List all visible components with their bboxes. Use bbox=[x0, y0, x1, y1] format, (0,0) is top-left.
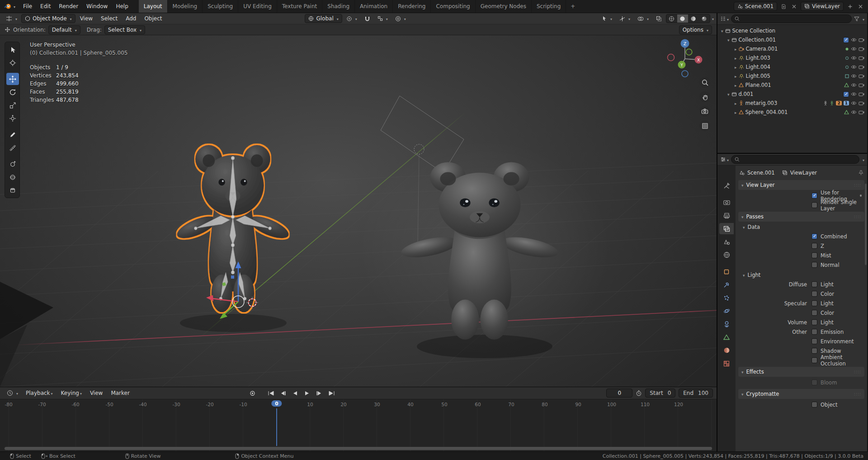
jump-to-end-button[interactable] bbox=[326, 389, 337, 398]
outliner-editor-icon[interactable] bbox=[720, 16, 729, 22]
scene-selector[interactable]: Scene.001 bbox=[734, 2, 777, 11]
disclosure-icon[interactable] bbox=[735, 46, 737, 52]
properties-search-input[interactable] bbox=[731, 155, 859, 164]
add-view-layer-button[interactable] bbox=[846, 3, 854, 10]
hide-eye-icon[interactable] bbox=[851, 65, 857, 69]
outliner-row-light-003[interactable]: Light.003 bbox=[717, 53, 867, 62]
tab-shading[interactable]: Shading bbox=[322, 0, 355, 13]
menu-file[interactable]: File bbox=[19, 0, 36, 13]
menu-add[interactable]: Add bbox=[122, 15, 140, 22]
blender-menu-button[interactable] bbox=[0, 3, 19, 9]
collection-checkbox[interactable] bbox=[843, 37, 849, 43]
hide-eye-icon[interactable] bbox=[851, 110, 857, 114]
collection-checkbox[interactable] bbox=[843, 91, 849, 97]
viewport-canvas[interactable]: User Perspective (0) Collection.001 | Sp… bbox=[0, 35, 717, 387]
tab-modeling[interactable]: Modeling bbox=[168, 0, 203, 13]
tab-uv-editing[interactable]: UV Editing bbox=[238, 0, 277, 13]
playhead[interactable]: 0 bbox=[271, 400, 282, 407]
stopwatch-icon[interactable] bbox=[636, 390, 642, 396]
bloom-checkbox[interactable] bbox=[811, 379, 817, 385]
disable-render-icon[interactable] bbox=[859, 47, 864, 51]
disable-render-icon[interactable] bbox=[859, 38, 864, 42]
filter-icon[interactable] bbox=[854, 16, 859, 22]
tab-physics[interactable] bbox=[719, 305, 734, 317]
ortho-toggle-button[interactable] bbox=[699, 120, 710, 131]
tab-material[interactable] bbox=[719, 345, 734, 356]
section-passes[interactable]: Passes :::: bbox=[738, 212, 864, 222]
disclosure-icon[interactable] bbox=[721, 28, 723, 34]
menu-view[interactable]: View bbox=[76, 15, 96, 22]
diffuse-light-checkbox[interactable] bbox=[811, 281, 817, 287]
hide-eye-icon[interactable] bbox=[851, 74, 857, 78]
hide-eye-icon[interactable] bbox=[851, 101, 857, 105]
shading-options-chevron[interactable] bbox=[711, 15, 714, 22]
tab-tool[interactable] bbox=[719, 180, 734, 191]
tab-rendering[interactable]: Rendering bbox=[393, 0, 431, 13]
hide-eye-icon[interactable] bbox=[851, 47, 857, 51]
tab-view-layer[interactable] bbox=[719, 223, 734, 234]
remove-view-layer-button[interactable] bbox=[857, 3, 864, 10]
current-frame-field[interactable]: 0 bbox=[606, 389, 632, 398]
tab-animation[interactable]: Animation bbox=[355, 0, 393, 13]
disable-render-icon[interactable] bbox=[859, 110, 864, 114]
xray-toggle[interactable] bbox=[653, 14, 665, 23]
tab-world[interactable] bbox=[719, 249, 734, 261]
tab-render[interactable] bbox=[719, 197, 734, 208]
render-single-layer-checkbox[interactable] bbox=[811, 202, 817, 208]
jump-to-start-button[interactable] bbox=[265, 389, 276, 398]
combined-checkbox[interactable] bbox=[811, 233, 817, 239]
scale-tool[interactable] bbox=[6, 99, 19, 111]
annotate-tool[interactable] bbox=[6, 128, 19, 141]
show-gizmo-dropdown[interactable] bbox=[616, 14, 633, 23]
options-dropdown[interactable]: Options bbox=[679, 25, 712, 34]
timeline-scrollbar[interactable] bbox=[5, 447, 712, 450]
subsection-data[interactable]: Data bbox=[743, 223, 864, 232]
overlays-dropdown[interactable] bbox=[634, 14, 652, 23]
move-tool[interactable] bbox=[6, 73, 19, 85]
view-layer-selector[interactable]: ViewLayer bbox=[801, 2, 844, 11]
menu-object[interactable]: Object bbox=[141, 15, 165, 22]
menu-marker[interactable]: Marker bbox=[107, 390, 133, 396]
outliner-row-camera-001[interactable]: Camera.001 bbox=[717, 44, 867, 53]
chevron-down-icon[interactable] bbox=[862, 16, 864, 22]
normal-checkbox[interactable] bbox=[811, 262, 817, 268]
breadcrumb-view-layer[interactable]: ViewLayer bbox=[790, 170, 817, 176]
disable-render-icon[interactable] bbox=[859, 74, 864, 78]
zoom-button[interactable] bbox=[699, 77, 710, 88]
disclosure-icon[interactable] bbox=[735, 100, 737, 106]
disclosure-icon[interactable] bbox=[735, 109, 737, 115]
subsection-light[interactable]: Light bbox=[743, 270, 864, 280]
ambient-occlusion-checkbox[interactable] bbox=[811, 357, 817, 363]
disable-render-icon[interactable] bbox=[859, 83, 864, 87]
snap-target-dropdown[interactable] bbox=[374, 14, 391, 23]
extras-dot-icon[interactable] bbox=[860, 194, 862, 197]
emission-checkbox[interactable] bbox=[811, 329, 817, 335]
transform-tool[interactable] bbox=[6, 112, 19, 124]
rotate-tool[interactable] bbox=[6, 86, 19, 98]
disclosure-icon[interactable] bbox=[735, 82, 737, 88]
cursor-tool[interactable] bbox=[6, 57, 19, 69]
disable-render-icon[interactable] bbox=[859, 56, 864, 60]
tab-compositing[interactable]: Compositing bbox=[431, 0, 475, 13]
hide-eye-icon[interactable] bbox=[851, 83, 857, 87]
properties-editor-icon[interactable] bbox=[720, 156, 729, 163]
breadcrumb-scene[interactable]: Scene.001 bbox=[747, 170, 775, 176]
tab-texture-paint[interactable]: Texture Paint bbox=[277, 0, 322, 13]
tab-sculpting[interactable]: Sculpting bbox=[203, 0, 238, 13]
menu-window[interactable]: Window bbox=[82, 0, 112, 13]
outliner-row-plane-001[interactable]: Plane.001 bbox=[717, 81, 867, 90]
tab-output[interactable] bbox=[719, 210, 734, 221]
volume-light-checkbox[interactable] bbox=[811, 319, 817, 325]
add-cube-tool[interactable] bbox=[6, 158, 19, 170]
mode-dropdown[interactable]: Object Mode bbox=[21, 14, 75, 23]
diffuse-color-checkbox[interactable] bbox=[811, 291, 817, 297]
new-scene-button[interactable] bbox=[780, 3, 788, 10]
transform-orientation-dropdown[interactable]: Global bbox=[305, 14, 342, 23]
disclosure-icon[interactable] bbox=[727, 91, 730, 97]
section-effects[interactable]: Effects :::: bbox=[738, 367, 864, 377]
tab-layout[interactable]: Layout bbox=[139, 0, 168, 13]
tab-geometry-nodes[interactable]: Geometry Nodes bbox=[476, 0, 532, 13]
menu-render[interactable]: Render bbox=[55, 0, 82, 13]
pan-hand-button[interactable] bbox=[699, 91, 710, 102]
mist-checkbox[interactable] bbox=[811, 252, 817, 258]
